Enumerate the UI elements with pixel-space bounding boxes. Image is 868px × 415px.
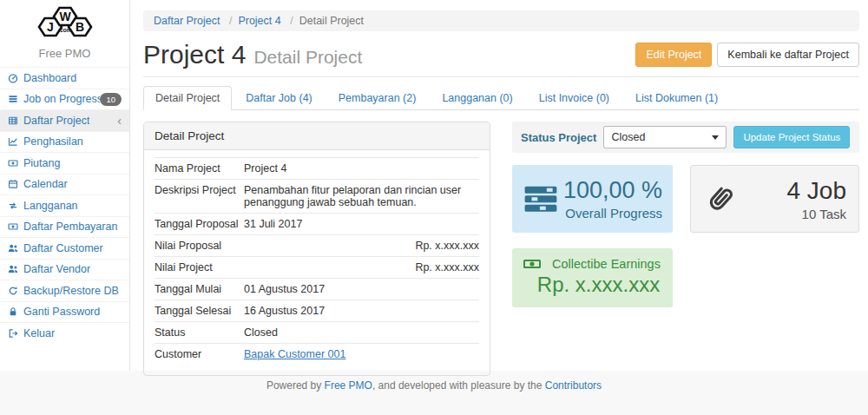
tab[interactable]: Detail Project [143, 86, 232, 110]
dashboard-icon [8, 73, 18, 83]
line-chart-icon [8, 136, 18, 147]
detail-value: 16 Agustus 2017 [244, 305, 479, 317]
page-subtitle: Detail Project [253, 47, 362, 68]
tasks-count: 10 Task [787, 207, 847, 221]
tasks-icon [523, 181, 559, 217]
panel-title: Detail Project [144, 122, 490, 150]
breadcrumb-item[interactable]: Daftar Project [154, 15, 220, 27]
sidebar-item[interactable]: Penghasilan [0, 131, 129, 153]
page-title: Project 4 [143, 40, 246, 69]
sidebar-item[interactable]: Job on Progress 10 [0, 89, 129, 110]
sidebar-item[interactable]: Keluar [0, 322, 129, 344]
header-divider [143, 76, 859, 77]
banknote-icon [523, 257, 542, 271]
sidebar-item-label: Backup/Restore DB [23, 285, 119, 297]
table-icon [8, 115, 18, 126]
free-pmo-app: J W B .com Free PMO Dashboard [0, 0, 868, 415]
detail-row: Customer Bapak Customer 001 [155, 343, 479, 365]
sidebar-item-label: Ganti Password [23, 306, 100, 318]
refresh-icon [8, 286, 18, 296]
sidebar-item[interactable]: Daftar Customer [0, 237, 129, 259]
footer: Powered by Free PMO, and developed with … [0, 371, 868, 415]
caret-down-icon [712, 135, 719, 140]
money-icon [8, 158, 18, 168]
detail-row: Tanggal Selesai 16 Agustus 2017 [155, 300, 479, 321]
page-header: Project 4 Detail Project Edit Project Ke… [143, 40, 859, 69]
detail-row: Nama Project Project 4 [155, 157, 479, 179]
sidebar-menu: Dashboard Job on Progress 10 [0, 67, 129, 344]
count-badge: 10 [100, 93, 122, 107]
detail-value: Rp. x.xxx.xxx [244, 240, 479, 252]
detail-table: Nama Project Project 4 Deskripsi Project… [144, 150, 490, 375]
list-icon [8, 94, 18, 104]
status-select[interactable]: Closed [603, 126, 727, 148]
detail-label: Customer [155, 348, 244, 360]
earnings-value: Rp. x.xxx.xxx [523, 273, 662, 297]
sidebar-item[interactable]: Dashboard [0, 67, 129, 89]
sidebar-item-label: Penghasilan [23, 135, 83, 148]
sidebar-item-label: Piutang [23, 157, 60, 169]
tab[interactable]: List Dokumen (1) [623, 86, 730, 110]
tab[interactable]: Langganan (0) [430, 86, 524, 110]
retweet-icon [8, 201, 18, 211]
detail-label: Tanggal Selesai [155, 305, 244, 317]
sidebar-item-label: Keluar [23, 327, 55, 339]
sidebar-item-label: Langganan [23, 200, 78, 212]
overall-progress-box: 100,00 % Overall Progress [512, 165, 673, 233]
breadcrumb-item: Detail Project [284, 15, 364, 27]
jwb-logo: J W B .com [29, 5, 102, 40]
detail-label: Status [155, 326, 244, 339]
sidebar-item[interactable]: Daftar Project ‹ [0, 109, 129, 131]
sidebar-item-label: Job on Progress [23, 93, 100, 105]
detail-label: Nilai Project [155, 261, 244, 273]
detail-row: Nilai Proposal Rp. x.xxx.xxx [155, 234, 479, 256]
detail-value: Closed [244, 326, 479, 339]
detail-value[interactable]: Bapak Customer 001 [244, 348, 479, 360]
sidebar-item[interactable]: Backup/Restore DB [0, 280, 129, 301]
edit-project-button[interactable]: Edit Project [635, 43, 712, 67]
back-to-list-button[interactable]: Kembali ke daftar Project [717, 43, 859, 67]
progress-value: 100,00 % [563, 177, 662, 204]
sidebar-item[interactable]: Daftar Vendor [0, 259, 129, 280]
tab-bar: Detail Project Daftar Job (4) Pembayaran… [143, 86, 859, 110]
left-column: Detail Project Nama Project Project 4 D [143, 122, 490, 376]
paperclip-icon [703, 181, 738, 216]
detail-value: 31 Juli 2017 [244, 218, 479, 230]
tab[interactable]: List Invoice (0) [527, 86, 621, 110]
free-pmo-link[interactable]: Free PMO [325, 379, 372, 392]
tab[interactable]: Daftar Job (4) [233, 86, 324, 110]
sidebar-item[interactable]: Calendar [0, 174, 129, 195]
detail-row: Nilai Project Rp. x.xxx.xxx [155, 256, 479, 278]
columns: Detail Project Nama Project Project 4 D [143, 122, 859, 376]
detail-label: Nama Project [155, 162, 244, 175]
sidebar-item[interactable]: Ganti Password [0, 301, 129, 323]
breadcrumb-item[interactable]: Project 4 [223, 15, 281, 27]
status-select-value: Closed [611, 131, 645, 143]
logo-letter-j: J [47, 20, 54, 34]
sidebar-item[interactable]: Daftar Pembayaran [0, 216, 129, 238]
brand-name: Free PMO [0, 43, 129, 67]
detail-value: Penambahan fitur pelaporan dan rincian u… [244, 184, 479, 208]
sidebar-item-label: Daftar Vendor [23, 263, 90, 275]
collectible-earnings-box: Collectibe Earnings Rp. x.xxx.xxx [512, 248, 673, 307]
progress-caption: Overall Progress [563, 206, 662, 221]
sidebar-item-label: Daftar Pembayaran [23, 221, 117, 233]
chevron-left-icon: ‹ [117, 115, 122, 127]
detail-label: Tanggal Mulai [155, 283, 244, 295]
update-status-button[interactable]: Update Project Status [733, 126, 850, 148]
logo-letter-w: W [59, 10, 71, 23]
calendar-icon [8, 179, 18, 189]
tab[interactable]: Pembayaran (2) [326, 86, 429, 110]
contributors-link[interactable]: Contributors [545, 379, 602, 392]
brand: J W B .com Free PMO [0, 0, 129, 67]
sidebar-item[interactable]: Piutang [0, 152, 129, 174]
main-layout: J W B .com Free PMO Dashboard [0, 0, 868, 371]
status-project-bar: Status Project Closed Update Project Sta… [512, 122, 859, 153]
content-area: Daftar Project Project 4 Detail Project … [130, 0, 868, 371]
jobs-value: 4 Job [787, 177, 847, 205]
detail-label: Nilai Proposal [155, 240, 244, 252]
detail-row: Tanggal Proposal 31 Juli 2017 [155, 213, 479, 234]
sidebar-item-label: Daftar Customer [23, 242, 103, 254]
detail-value: Project 4 [244, 162, 479, 175]
sidebar-item[interactable]: Langganan [0, 194, 129, 216]
